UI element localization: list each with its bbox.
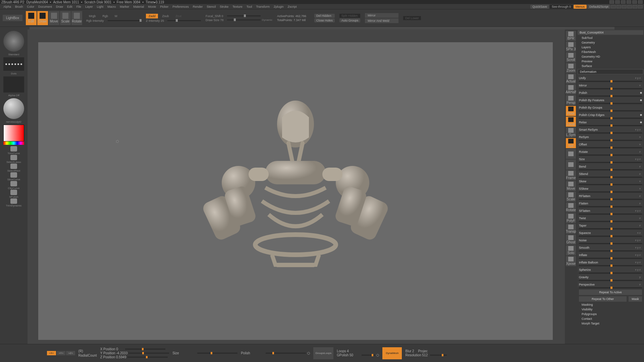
zadd-btn[interactable]: Zadd [146,14,158,18]
section-polygroups[interactable]: Polygroups [578,312,643,316]
tool-selectrect[interactable]: SelectRect [3,164,24,172]
menu-picker[interactable]: Picker [158,5,170,8]
repeat-other-button[interactable]: Repeat To Other [579,296,627,302]
window-btn[interactable] [615,0,620,4]
draw-mode-button[interactable]: Draw [37,11,48,25]
viewport[interactable] [38,42,553,340]
viewport-aahalf-button[interactable]: AAHalf [566,84,576,95]
hue-bar[interactable] [3,141,24,145]
deformation-section[interactable]: Deformation [578,69,643,74]
panel-btn[interactable] [611,5,616,8]
del-hidden-button[interactable]: Del Hidden [314,14,335,18]
maximize-btn[interactable] [632,0,637,4]
quicksave-button[interactable]: QuickSave [530,5,549,9]
rgb-intensity-slider[interactable] [108,20,141,21]
viewport-spix3-button[interactable]: SPix 3 [566,42,576,52]
menu-draw[interactable]: Draw [54,5,65,8]
z-intensity-slider[interactable] [167,20,201,21]
viewport-floor-button[interactable]: Floor [566,106,576,116]
close-btn[interactable] [638,0,643,4]
lightbox-button[interactable]: LightBox [3,15,22,21]
viewport-bpr-button[interactable]: BPR [566,31,576,41]
split-hidden-button[interactable]: Split Hidden [339,14,361,18]
minimize-btn[interactable] [627,0,631,4]
viewport-xpose-button[interactable]: Xpose [566,256,576,266]
section-surface[interactable]: Surface [578,64,643,68]
menu-preferences[interactable]: Preferences [170,5,191,8]
tool-selectlasso[interactable]: SelectLasso [3,155,24,164]
section-subtool[interactable]: SubTool [578,36,643,40]
seethrough-slider[interactable]: See-through 0 [550,5,573,9]
polish-dot[interactable] [307,352,310,355]
rgb-btn[interactable]: Rgb [100,14,111,18]
groupsloops-button[interactable]: GroupsLoops [313,347,333,359]
section-morph-target[interactable]: Morph Target [578,321,643,326]
color-picker[interactable] [3,125,24,141]
gpolish-dot[interactable] [376,354,379,357]
brush-preview[interactable] [3,31,24,52]
axis-z-btn[interactable]: >Z< [66,351,75,355]
tool-hpolish[interactable]: hPolish [3,190,24,198]
menu-brush[interactable]: Brush [13,5,25,8]
viewport-tool-button[interactable] [566,149,576,159]
mirror-dropdown[interactable]: Mirror [365,13,398,18]
menu-macro[interactable]: Macro [105,5,118,8]
viewport-actual-button[interactable]: Actual [566,74,576,84]
section-visibility[interactable]: Visibility [578,307,643,312]
menu-marker[interactable]: Marker [118,5,131,8]
viewport-tool-button[interactable] [566,160,576,170]
tool-trimcurve[interactable]: TrimCurve [3,146,24,155]
close-holes-button[interactable]: Close Holes [314,18,335,22]
zcut-btn[interactable]: Zcut [173,14,184,18]
window-btn[interactable] [621,0,626,4]
viewport-lsym-button[interactable]: L.Sym [566,127,576,137]
menu-material[interactable]: Material [131,5,146,8]
menu-light[interactable]: Light [95,5,106,8]
move-mode-button[interactable]: Move [49,11,59,25]
tool-trimdynamic[interactable]: TrimDynamic [3,198,24,207]
size-slider[interactable] [197,353,237,354]
panel-btn[interactable] [616,5,621,8]
scale-mode-button[interactable]: Scale [60,11,71,25]
menu-stencil[interactable]: Stencil [205,5,218,8]
menu-render[interactable]: Render [191,5,205,8]
section-masking[interactable]: Masking [578,302,643,307]
menu-edit[interactable]: Edit [65,5,74,8]
focal-shift-slider[interactable] [227,15,261,16]
viewport-persp-button[interactable]: Persp [566,95,576,105]
viewport-scale-button[interactable]: Scale [566,192,576,202]
viewport-move-button[interactable]: Move [566,181,576,191]
auto-groups-button[interactable]: Auto Groups [339,18,361,22]
axis-y-btn[interactable]: >Y< [57,351,66,355]
axis-x-btn[interactable]: >X< [47,351,56,355]
viewport-scroll-button[interactable]: Scroll [566,52,576,62]
menu-document[interactable]: Document [36,5,54,8]
panel-btn[interactable] [627,5,632,8]
section-layers[interactable]: Layers [578,45,643,50]
resolution-slider[interactable] [430,355,447,356]
zsub-btn[interactable]: Zsub [159,14,171,18]
menu-stroke[interactable]: Stroke [218,5,230,8]
viewport-xyz-button[interactable]: xyz [566,138,576,148]
del-lower-button[interactable]: Del Lower [403,16,421,20]
panel-btn[interactable] [622,5,627,8]
alpha-preview[interactable] [3,76,24,93]
default-zscript[interactable]: DefaultZScript [587,5,610,9]
repeat-active-button[interactable]: Repeat To Active [579,290,642,295]
viewport-local-button[interactable]: Local [566,117,576,127]
viewport-rotate-button[interactable]: Rotate [566,202,576,213]
viewport-frame-button[interactable]: Frame [566,170,576,180]
panel-btn[interactable] [638,5,643,8]
section-geometry-hd[interactable]: Geometry HD [578,54,643,59]
dynamesh-button[interactable]: DynaMesh [382,347,402,359]
section-geometry[interactable]: Geometry [578,40,643,45]
rotate-mode-button[interactable]: Rotate [71,11,82,25]
menu-texture[interactable]: Texture [230,5,245,8]
section-contact[interactable]: Contact [578,316,643,321]
section-fibermesh[interactable]: FiberMesh [578,50,643,54]
menu-file[interactable]: File [74,5,84,8]
polish-slider[interactable] [266,353,306,354]
gpolish-slider[interactable] [362,355,375,356]
window-btn[interactable] [609,0,614,4]
viewport-polyf-button[interactable]: PolyF [566,213,576,223]
